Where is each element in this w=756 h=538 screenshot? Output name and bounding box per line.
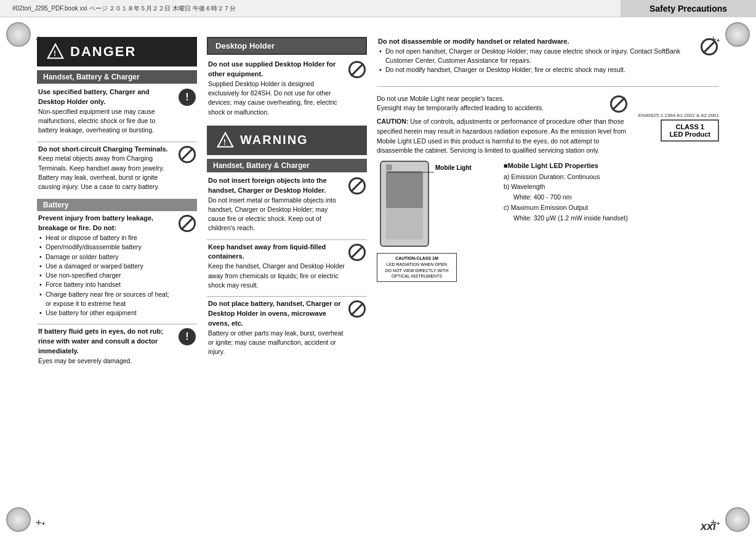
prop-output-white: White: 320 μW (1.2 mW inside handset)	[504, 213, 628, 223]
dh-block1-text: Supplied Desktop Holder is designed excl…	[208, 79, 345, 117]
block-no-short-circuit: Do not short-circuit Charging Terminals.…	[37, 145, 197, 192]
block1-title: Use specified battery, Charger and Deskt…	[38, 87, 175, 107]
corner-decoration-br	[725, 507, 750, 532]
block2-text: Keep metal objects away from Charging Te…	[38, 154, 175, 191]
block-no-disassemble: Do not disassemble or modify handset or …	[377, 37, 719, 75]
no-icon-8	[610, 95, 627, 113]
no-icon-7	[701, 38, 718, 55]
info-icon-1: !	[179, 89, 196, 106]
block-no-desktop-holder: Do not use supplied Desktop Holder for o…	[207, 60, 367, 117]
no-icon-6	[348, 300, 366, 318]
corner-decoration-bl	[6, 507, 31, 532]
right-column: Do not disassemble or modify handset or …	[377, 37, 719, 526]
phone-diagram-wrapper: Mobile Light CAUTION-CLASS 1M LED RADIAT…	[377, 161, 494, 282]
middle-column: Desktop Holder Do not use supplied Deskt…	[207, 37, 367, 526]
warning-triangle-icon: !	[217, 132, 234, 149]
class-led-container: EN60825-1:1994 A1:2002 & A2:2001 CLASS 1…	[638, 113, 719, 156]
safety-precautions-header: Safety Precautions	[621, 0, 756, 17]
info-icon-2: !	[179, 328, 196, 345]
w-block2-title: Do not insert foreign objects into the h…	[208, 176, 345, 196]
phone-keypad	[386, 209, 423, 239]
w-block2-text: Do not insert metal or flammable objects…	[208, 196, 345, 233]
caution-text: Use of controls, adjustments or performa…	[377, 118, 626, 154]
block-battery-fluid: If battery fluid gets in eyes, do not ru…	[37, 327, 197, 366]
block-mobile-light: Do not use Mobile Light near people's fa…	[377, 94, 719, 156]
w-block3-text: Keep the handset, Charger and Desktop Ho…	[208, 262, 345, 290]
file-info: #02tori_J295_PDF.book xxi ページ ２０１８年５月２２日…	[12, 4, 236, 13]
no-icon-2	[179, 215, 196, 232]
caution-sticker-box: CAUTION-CLASS 1M LED RADIATION WHEN OPEN…	[377, 253, 457, 282]
desktop-holder-header: Desktop Holder	[207, 37, 367, 55]
mobile-light-text: Do not use Mobile Light near people's fa…	[377, 94, 627, 156]
svg-text:!: !	[223, 138, 226, 147]
block-prevent-injury: Prevent injury from battery leakage, bre…	[37, 214, 197, 318]
danger-triangle-icon: !	[47, 43, 64, 60]
r-block1-bullets: Do not open handset, Charger or Desktop …	[378, 47, 697, 75]
r-block1-title: Do not disassemble or modify handset or …	[378, 37, 697, 47]
w-block4-text: Battery or other parts may leak, burst, …	[208, 329, 345, 357]
block-use-specified-battery: Use specified battery, Charger and Deskt…	[37, 87, 197, 135]
class-led-box: CLASS 1 LED Product	[661, 119, 719, 142]
mobile-light-properties: ■Mobile Light LED Properties a) Emission…	[504, 161, 628, 223]
block3-title: Prevent injury from battery leakage, bre…	[38, 214, 175, 233]
r-block2-title: Do not use Mobile Light near people's fa…	[377, 94, 606, 104]
left-column: ! DANGER Handset, Battery & Charger Use …	[37, 37, 197, 526]
content-area: ! DANGER Handset, Battery & Charger Use …	[37, 37, 719, 526]
no-icon-5	[348, 244, 366, 261]
block4-text: Eyes may be severely damaged.	[38, 356, 175, 366]
diagram-and-props: Mobile Light CAUTION-CLASS 1M LED RADIAT…	[377, 161, 719, 282]
caution-sticker-text: CAUTION-CLASS 1M	[380, 255, 454, 262]
w-block3-title: Keep handset away from liquid-filled con…	[208, 243, 345, 262]
block2-title: Do not short-circuit Charging Terminals.	[38, 145, 175, 155]
r-block2-text: Eyesight may be temporarily affected lea…	[377, 103, 606, 113]
mobile-light-label: Mobile Light	[435, 164, 472, 171]
warning-box: ! WARNING	[207, 126, 367, 155]
block-no-foreign-objects: Do not insert foreign objects into the h…	[207, 176, 367, 233]
danger-box: ! DANGER	[37, 37, 197, 66]
section-bar-handset: Handset, Battery & Charger	[37, 70, 197, 84]
block3-bullets: Heat or dispose of battery in fire Open/…	[38, 233, 175, 318]
section-bar-handset-warning: Handset, Battery & Charger	[207, 159, 367, 172]
mobile-light-arrow	[388, 169, 437, 175]
block-no-ovens: Do not place battery, handset, Charger o…	[207, 299, 367, 356]
block4-title: If battery fluid gets in eyes, do not ru…	[38, 327, 175, 356]
block-liquid-containers: Keep handset away from liquid-filled con…	[207, 243, 367, 291]
svg-text:!: !	[54, 49, 56, 58]
caution-title: CAUTION:	[377, 118, 408, 125]
en-label: EN60825-1:1994 A1:2002 & A2:2001	[638, 113, 719, 118]
dh-block1-title: Do not use supplied Desktop Holder for o…	[208, 60, 345, 79]
section-bar-battery: Battery	[37, 199, 197, 211]
danger-label: DANGER	[70, 44, 136, 60]
block1-text: Non-specified equipment use may cause ma…	[38, 107, 175, 135]
warning-label: WARNING	[240, 133, 308, 147]
corner-decoration-tr	[725, 22, 750, 47]
phone-screen	[386, 171, 423, 208]
mobile-props-title: ■Mobile Light LED Properties	[504, 161, 628, 172]
corner-decoration-tl	[6, 22, 31, 47]
prop-emission: a) Emission Duration: Continuous	[504, 172, 628, 182]
no-icon-4	[348, 177, 366, 195]
no-icon-1	[179, 146, 196, 163]
w-block4-title: Do not place battery, handset, Charger o…	[208, 299, 345, 329]
prop-wavelength-white: White: 400 - 700 nm	[504, 192, 628, 203]
prop-wavelength: b) Wavelength	[504, 182, 628, 192]
no-icon-3	[348, 61, 366, 78]
prop-output: c) Maximum Emission Output	[504, 203, 628, 213]
